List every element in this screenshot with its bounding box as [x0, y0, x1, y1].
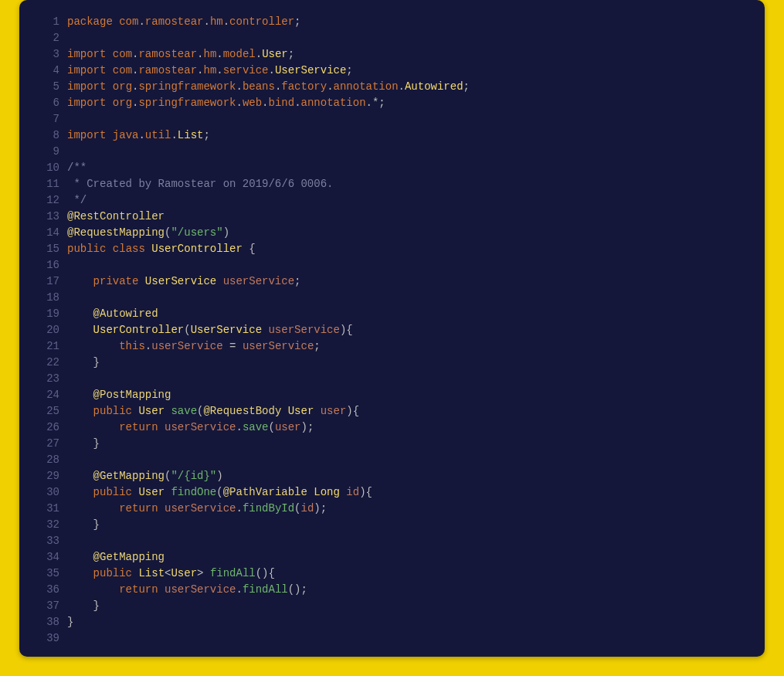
- code-token: [158, 583, 165, 596]
- code-line[interactable]: 23: [33, 371, 751, 387]
- code-line[interactable]: 34 @GetMapping: [33, 549, 751, 566]
- code-line[interactable]: 3import com.ramostear.hm.model.User;: [33, 46, 751, 63]
- code-line[interactable]: 14@RequestMapping("/users"): [33, 225, 751, 241]
- code-line[interactable]: 37 }: [33, 598, 751, 614]
- code-token: UserController: [93, 324, 185, 336]
- code-content[interactable]: import com.ramostear.hm.model.User;: [67, 46, 751, 63]
- code-line[interactable]: 21 this.userService = userService;: [33, 338, 751, 355]
- code-token: ): [314, 502, 320, 515]
- code-content[interactable]: import com.ramostear.hm.service.UserServ…: [67, 63, 751, 79]
- code-area[interactable]: 1package com.ramostear.hm.controller;23i…: [33, 14, 751, 643]
- code-line[interactable]: 4import com.ramostear.hm.service.UserSer…: [33, 63, 751, 79]
- code-line[interactable]: 9: [33, 144, 751, 160]
- code-line[interactable]: 19 @Autowired: [33, 306, 751, 322]
- code-token: User: [262, 48, 288, 60]
- code-line[interactable]: 13@RestController: [33, 209, 751, 225]
- code-content[interactable]: @RequestMapping("/users"): [67, 225, 751, 241]
- code-line[interactable]: 20 UserController(UserService userServic…: [33, 322, 751, 338]
- code-content[interactable]: }: [67, 598, 751, 614]
- code-token: userService: [243, 340, 314, 352]
- code-line[interactable]: 10/**: [33, 160, 751, 176]
- code-content[interactable]: return userService.save(user);: [67, 420, 751, 436]
- code-content[interactable]: return userService.findById(id);: [67, 501, 751, 517]
- code-line[interactable]: 18: [33, 290, 751, 306]
- code-token: }: [93, 437, 100, 450]
- code-content[interactable]: @Autowired: [67, 306, 751, 322]
- code-content[interactable]: }: [67, 517, 751, 533]
- code-line[interactable]: 17 private UserService userService;: [33, 273, 751, 290]
- code-token: ramostear: [138, 64, 197, 76]
- code-line[interactable]: 1package com.ramostear.hm.controller;: [33, 14, 751, 30]
- code-line[interactable]: 8import java.util.List;: [33, 127, 751, 144]
- line-number: 16: [33, 257, 67, 273]
- code-content[interactable]: UserController(UserService userService){: [67, 322, 751, 338]
- code-line[interactable]: 36 return userService.findAll();: [33, 582, 751, 598]
- code-content[interactable]: }: [67, 355, 751, 371]
- code-line[interactable]: 26 return userService.save(user);: [33, 420, 751, 436]
- code-content[interactable]: * Created by Ramostear on 2019/6/6 0006.: [67, 176, 751, 192]
- code-line[interactable]: 2: [33, 30, 751, 46]
- code-content[interactable]: @PostMapping: [67, 387, 751, 403]
- code-content[interactable]: @GetMapping: [67, 549, 751, 566]
- code-line[interactable]: 7: [33, 111, 751, 127]
- code-content[interactable]: this.userService = userService;: [67, 338, 751, 355]
- code-content[interactable]: package com.ramostear.hm.controller;: [67, 14, 751, 30]
- code-content[interactable]: return userService.findAll();: [67, 582, 751, 598]
- code-line[interactable]: 11 * Created by Ramostear on 2019/6/6 00…: [33, 176, 751, 192]
- code-token: .: [216, 48, 222, 60]
- code-token: return: [119, 421, 158, 433]
- code-line[interactable]: 22 }: [33, 355, 751, 371]
- code-token: model: [223, 48, 256, 60]
- code-content[interactable]: private UserService userService;: [67, 273, 751, 290]
- code-token: @PostMapping: [93, 389, 171, 401]
- code-line[interactable]: 27 }: [33, 436, 751, 452]
- code-line[interactable]: 25 public User save(@RequestBody User us…: [33, 403, 751, 420]
- code-line[interactable]: 5import org.springframework.beans.factor…: [33, 79, 751, 95]
- line-number: 30: [33, 484, 67, 501]
- code-content[interactable]: public class UserController {: [67, 241, 751, 257]
- code-line[interactable]: 32 }: [33, 517, 751, 533]
- code-line[interactable]: 15public class UserController {: [33, 241, 751, 257]
- code-content[interactable]: }: [67, 436, 751, 452]
- code-content[interactable]: public User findOne(@PathVariable Long i…: [67, 484, 751, 501]
- code-content[interactable]: /**: [67, 160, 751, 176]
- line-number: 12: [33, 192, 67, 209]
- code-token: [106, 48, 112, 60]
- code-line[interactable]: 33: [33, 533, 751, 549]
- code-content[interactable]: import java.util.List;: [67, 127, 751, 144]
- code-line[interactable]: 30 public User findOne(@PathVariable Lon…: [33, 484, 751, 501]
- code-token: ramostear: [145, 15, 204, 28]
- line-number: 5: [33, 79, 67, 95]
- code-token: .: [223, 15, 229, 28]
- code-token: [145, 243, 151, 255]
- code-line[interactable]: 28: [33, 452, 751, 468]
- code-line[interactable]: 35 public List<User> findAll(){: [33, 566, 751, 582]
- code-content[interactable]: public List<User> findAll(){: [67, 566, 751, 582]
- code-content[interactable]: public User save(@RequestBody User user)…: [67, 403, 751, 420]
- code-token: save: [243, 421, 269, 433]
- code-line[interactable]: 12 */: [33, 192, 751, 209]
- code-content[interactable]: }: [67, 614, 751, 630]
- code-token: [67, 551, 93, 563]
- code-line[interactable]: 31 return userService.findById(id);: [33, 501, 751, 517]
- code-token: User: [288, 405, 314, 417]
- code-content[interactable]: */: [67, 192, 751, 209]
- code-line[interactable]: 38}: [33, 614, 751, 630]
- code-content[interactable]: import org.springframework.web.bind.anno…: [67, 95, 751, 111]
- code-content[interactable]: @RestController: [67, 209, 751, 225]
- line-number: 1: [33, 14, 67, 30]
- code-token: userService: [151, 340, 222, 352]
- code-token: findAll: [243, 583, 288, 596]
- code-line[interactable]: 39: [33, 630, 751, 647]
- code-token: @PathVariable: [223, 486, 307, 498]
- code-token: .: [216, 64, 222, 76]
- code-line[interactable]: 24 @PostMapping: [33, 387, 751, 403]
- line-number: 37: [33, 598, 67, 614]
- code-line[interactable]: 6import org.springframework.web.bind.ann…: [33, 95, 751, 111]
- line-number: 14: [33, 225, 67, 241]
- code-content[interactable]: import org.springframework.beans.factory…: [67, 79, 751, 95]
- code-line[interactable]: 16: [33, 257, 751, 273]
- code-content[interactable]: @GetMapping("/{id}"): [67, 468, 751, 484]
- line-number: 13: [33, 209, 67, 225]
- code-line[interactable]: 29 @GetMapping("/{id}"): [33, 468, 751, 484]
